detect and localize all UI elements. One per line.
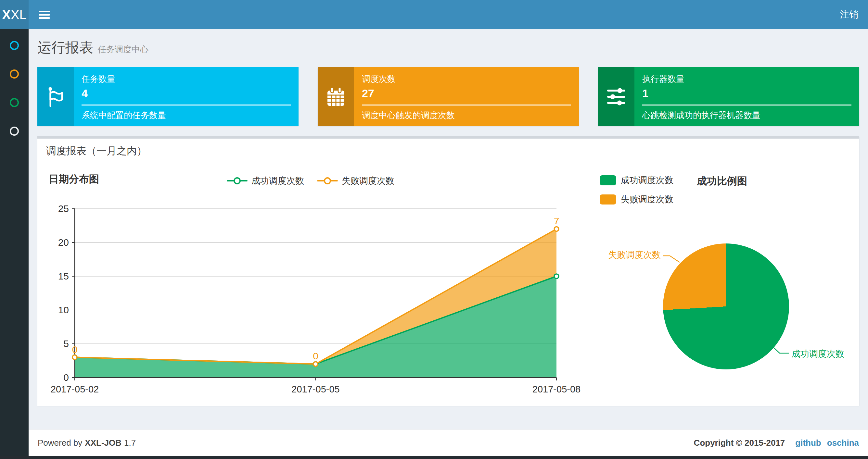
svg-text:2017-05-02: 2017-05-02 <box>51 384 99 394</box>
product-name: XXL-JOB <box>85 438 122 448</box>
divider <box>362 104 571 105</box>
svg-text:0: 0 <box>63 372 69 383</box>
logout-link[interactable]: 注销 <box>830 0 868 29</box>
info-description: 心跳检测成功的执行器机器数量 <box>642 110 851 121</box>
svg-text:20: 20 <box>58 237 69 248</box>
info-value: 27 <box>362 87 571 100</box>
hamburger-icon <box>39 11 50 19</box>
circle-icon <box>10 98 19 107</box>
sliders-icon <box>598 67 634 126</box>
page-title: 运行报表 <box>37 40 93 55</box>
sidebar-item-1[interactable] <box>0 31 29 60</box>
svg-text:2017-05-08: 2017-05-08 <box>532 384 581 394</box>
circle-icon <box>10 69 19 78</box>
product-version: 1.7 <box>124 438 136 448</box>
svg-text:0: 0 <box>313 351 318 361</box>
date-distribution-chart: 05101520252017-05-022017-05-052017-05-08… <box>37 139 859 406</box>
svg-text:15: 15 <box>58 271 69 282</box>
svg-text:2017-05-05: 2017-05-05 <box>291 384 339 394</box>
info-box-executors: 执行器数量 1 心跳检测成功的执行器机器数量 <box>598 67 859 126</box>
app-logo[interactable]: XXL <box>0 0 29 29</box>
info-box-jobs: 任务数量 4 系统中配置的任务数量 <box>37 67 299 126</box>
summary-cards: 任务数量 4 系统中配置的任务数量 <box>37 67 859 126</box>
powered-text: Powered by <box>38 438 82 448</box>
github-link[interactable]: github <box>795 438 821 448</box>
xxl-job-dashboard: XXL 注销 运行报表任务调度中心 任务数量 4 系统中配置的任务数量 <box>0 0 868 459</box>
info-description: 调度中心触发的调度次数 <box>362 110 571 121</box>
oschina-link[interactable]: oschina <box>827 438 859 448</box>
info-box-triggers: 调度次数 27 调度中心触发的调度次数 <box>318 67 579 126</box>
sidebar <box>0 29 29 459</box>
logo-text: XL <box>11 7 27 22</box>
circle-icon <box>10 127 19 136</box>
info-value: 1 <box>642 87 851 100</box>
info-description: 系统中配置的任务数量 <box>82 110 291 121</box>
svg-text:10: 10 <box>58 304 69 315</box>
sidebar-item-4[interactable] <box>0 117 29 145</box>
info-value: 4 <box>82 87 291 100</box>
top-navbar: XXL 注销 <box>0 0 868 29</box>
calendar-icon <box>318 67 354 126</box>
copyright: Copyright © 2015-2017 <box>694 438 785 448</box>
info-label: 执行器数量 <box>642 73 851 85</box>
powered-by: Powered by XXL-JOB 1.7 <box>38 438 136 448</box>
info-label: 调度次数 <box>362 73 571 85</box>
svg-text:7: 7 <box>554 216 559 226</box>
report-panel: 调度报表（一月之内） 日期分布图 成功调度次数 失败调度次数 成功调度次数 失败… <box>37 136 859 406</box>
window-bottom-edge <box>0 456 868 459</box>
sidebar-toggle-button[interactable] <box>29 0 60 29</box>
info-label: 任务数量 <box>82 73 291 85</box>
pie-label-fail: 失败调度次数 <box>608 249 661 261</box>
page-subtitle: 任务调度中心 <box>98 44 149 54</box>
sidebar-item-3[interactable] <box>0 88 29 117</box>
logo-text-bold: X <box>2 7 11 22</box>
content-header: 运行报表任务调度中心 <box>37 38 149 57</box>
circle-icon <box>10 41 19 50</box>
svg-text:0: 0 <box>72 344 78 355</box>
divider <box>82 104 291 105</box>
divider <box>642 104 851 105</box>
flag-icon <box>37 67 74 126</box>
pie-label-success: 成功调度次数 <box>792 348 844 360</box>
svg-text:25: 25 <box>58 203 69 214</box>
footer: Powered by XXL-JOB 1.7 Copyright © 2015-… <box>29 429 868 456</box>
sidebar-item-2[interactable] <box>0 60 29 88</box>
svg-text:5: 5 <box>63 338 69 349</box>
